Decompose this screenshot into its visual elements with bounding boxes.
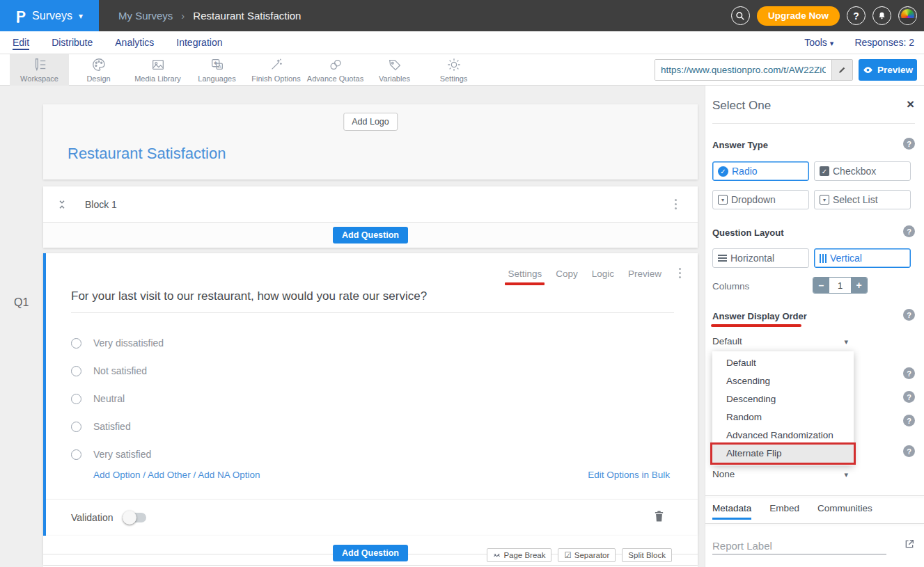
question-tab-settings[interactable]: Settings (508, 269, 542, 279)
answer-option-row: Very satisfied (71, 444, 151, 465)
divider (705, 523, 924, 524)
panel-tab-metadata[interactable]: Metadata (712, 503, 751, 520)
block-header: Block 1 (43, 186, 698, 223)
upgrade-now-button[interactable]: Upgrade Now (757, 6, 840, 26)
toolbar-media-library[interactable]: Media Library (128, 54, 187, 86)
hidden-setting-help-icon[interactable]: ? (903, 391, 915, 403)
menu-item-advanced-randomization[interactable]: Advanced Randomization (712, 426, 854, 445)
link-separator: / (193, 470, 196, 480)
columns-decrease-button[interactable]: – (813, 278, 829, 293)
notifications-button[interactable] (872, 6, 891, 25)
translate-icon: ✱A (210, 57, 225, 72)
radio-icon[interactable] (71, 449, 81, 460)
survey-url-input[interactable] (655, 60, 831, 80)
radio-icon[interactable] (71, 394, 81, 404)
delete-question-icon[interactable] (654, 510, 664, 522)
page-break-button[interactable]: Page Break (487, 548, 551, 562)
report-label-input[interactable] (712, 538, 886, 554)
tools-menu[interactable]: Tools▾ (804, 37, 833, 48)
question-menu-icon[interactable] (679, 272, 681, 274)
edit-options-in-bulk-link[interactable]: Edit Options in Bulk (588, 470, 670, 480)
add-option-link[interactable]: Add Option (93, 470, 141, 480)
menu-item-alternate-flip[interactable]: Alternate Flip (712, 445, 854, 463)
answer-type-select-list-button[interactable]: ▾ Select List (814, 190, 911, 209)
toolbar-variables[interactable]: Variables (365, 54, 424, 86)
collapse-block-icon[interactable] (56, 198, 68, 211)
tab-analytics[interactable]: Analytics (115, 31, 154, 54)
add-question-button[interactable]: Add Question (333, 545, 408, 561)
display-order-select[interactable]: Default ▾ (712, 336, 854, 346)
hidden-setting-help-icon[interactable]: ? (903, 445, 915, 457)
radio-icon[interactable] (71, 366, 81, 376)
layout-vertical-button[interactable]: Vertical (814, 248, 911, 268)
answer-option-row: Satisfied (71, 416, 131, 437)
hidden-setting-help-icon[interactable]: ? (903, 415, 915, 426)
none-select[interactable]: None ▾ (712, 469, 854, 479)
breadcrumb-current: Restaurant Satisfaction (193, 10, 301, 22)
display-order-help-icon[interactable]: ? (903, 309, 915, 321)
menu-item-random[interactable]: Random (712, 408, 854, 426)
breadcrumb-my-surveys[interactable]: My Surveys (118, 10, 173, 22)
answer-type-dropdown-button[interactable]: ▾ Dropdown (712, 190, 809, 209)
question-text[interactable]: For your last visit to our restaurant, h… (71, 289, 427, 303)
image-icon (150, 57, 166, 72)
edit-url-button[interactable] (831, 60, 852, 80)
question-tab-logic[interactable]: Logic (592, 269, 614, 279)
block-title[interactable]: Block 1 (85, 199, 117, 210)
block-menu-icon[interactable] (675, 203, 677, 205)
panel-tabs: Metadata Embed Communities (712, 503, 872, 520)
split-block-button[interactable]: Split Block (622, 548, 672, 562)
add-question-button[interactable]: Add Question (333, 227, 408, 243)
radio-icon[interactable] (71, 422, 81, 432)
question-action-tabs: Settings Copy Logic Preview (508, 269, 661, 279)
toolbar-settings[interactable]: Settings (424, 54, 483, 86)
search-button[interactable] (731, 6, 750, 25)
answer-type-help-icon[interactable]: ? (903, 138, 915, 150)
display-order-menu: Default Ascending Descending Random Adva… (712, 351, 854, 465)
question-tab-copy[interactable]: Copy (556, 269, 578, 279)
avatar[interactable] (898, 6, 917, 25)
menu-item-descending[interactable]: Descending (712, 390, 854, 408)
answer-type-checkbox-button[interactable]: ✓ Checkbox (814, 161, 911, 181)
columns-increase-button[interactable]: + (851, 278, 867, 293)
close-panel-icon[interactable]: × (907, 97, 914, 111)
open-in-editor-icon[interactable] (904, 538, 915, 550)
answer-type-radio-button[interactable]: ✓ Radio (712, 161, 809, 181)
question-layout-help-icon[interactable]: ? (903, 225, 915, 237)
hidden-setting-help-icon[interactable]: ? (903, 367, 915, 379)
add-na-option-link[interactable]: Add NA Option (198, 470, 260, 480)
toolbar-finish-options[interactable]: Finish Options (246, 54, 306, 86)
panel-tab-communities[interactable]: Communities (817, 503, 872, 520)
columns-value[interactable]: 1 (829, 278, 851, 293)
panel-tab-embed[interactable]: Embed (769, 503, 799, 520)
help-button[interactable]: ? (847, 6, 866, 25)
survey-header-card: Add Logo Restaurant Satisfaction (43, 104, 698, 179)
questionpro-logo-icon: P (16, 8, 26, 24)
eye-icon (863, 65, 873, 75)
toolbar-workspace[interactable]: Workspace (10, 54, 69, 86)
preview-button[interactable]: Preview (859, 59, 917, 81)
validation-toggle[interactable] (123, 513, 146, 522)
responses-count[interactable]: Responses: 2 (854, 37, 914, 48)
question-number-label: Q1 (14, 296, 29, 309)
survey-title[interactable]: Restaurant Satisfaction (68, 145, 226, 163)
radio-icon[interactable] (71, 338, 81, 349)
separator-button[interactable]: ☑ Separator (558, 548, 616, 562)
surveys-product-menu[interactable]: P Surveys ▾ (0, 0, 99, 31)
validation-row: Validation (71, 512, 146, 523)
layout-horizontal-button[interactable]: Horizontal (712, 248, 809, 268)
page-break-icon (493, 552, 501, 559)
add-logo-button[interactable]: Add Logo (343, 113, 398, 131)
tab-edit[interactable]: Edit (13, 31, 29, 54)
survey-url-group (655, 59, 853, 81)
chevron-down-icon: ▾ (79, 11, 83, 21)
tab-integration[interactable]: Integration (176, 31, 222, 54)
menu-item-ascending[interactable]: Ascending (712, 372, 854, 390)
toolbar-languages[interactable]: ✱A Languages (187, 54, 246, 86)
tab-distribute[interactable]: Distribute (52, 31, 93, 54)
toolbar-advance-quotas[interactable]: Advance Quotas (306, 54, 365, 86)
question-tab-preview[interactable]: Preview (628, 269, 661, 279)
toolbar-design[interactable]: Design (69, 54, 128, 86)
menu-item-default[interactable]: Default (712, 354, 854, 372)
add-other-link[interactable]: Add Other (148, 470, 191, 480)
